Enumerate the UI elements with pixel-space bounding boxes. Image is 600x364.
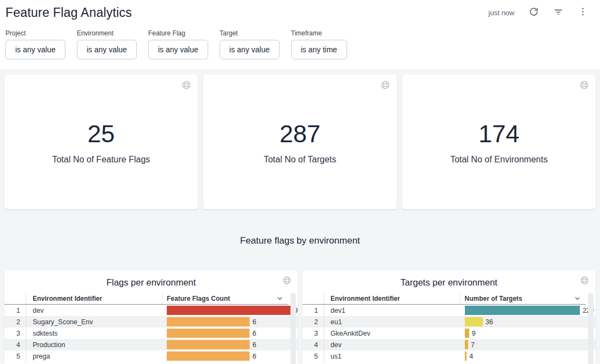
filter-bar: Project is any value Environment is any … [0,25,600,69]
bar-value: 7 [471,341,475,349]
table-row: 4 Production 6 [4,339,298,350]
table-row: 3 sdktests 6 [4,327,298,339]
row-number: 5 [302,350,324,362]
bar[interactable] [167,317,250,326]
bar-value: 6 [252,318,256,326]
table-body: 1 dev 9 2 Sugary_Scone_Env 6 3 sdktests … [4,305,298,362]
bar[interactable] [465,306,580,315]
last-refreshed-label: just now [488,9,514,17]
scrollbar[interactable] [588,293,593,364]
filter-label: Feature Flag [148,29,208,37]
bar[interactable] [167,351,250,361]
column-header-measure[interactable]: Number of Targets [460,293,586,304]
table-row: 2 eu1 36 [302,316,596,327]
filter-target-value-button[interactable]: is any value [220,40,280,59]
filter-label: Target [220,29,280,37]
dashboard-filters-button[interactable] [553,7,563,19]
row-number: 1 [4,305,26,316]
refresh-button[interactable] [529,7,539,19]
bar-cell: 9 [162,305,298,316]
kpi-card-total-no-of-targets: 287 Total No of Targets [203,75,397,209]
filter-feature-flag-value-button[interactable]: is any value [148,40,208,59]
row-number-column-header [302,293,324,304]
filter-label: Environment [77,29,137,37]
bar-cell: 4 [460,350,596,362]
column-header-environment-identifier[interactable]: Environment Identifier [26,293,162,304]
table-card-targets-per-environment: Targets per environment Environment Iden… [302,270,596,364]
section-title: Feature flags by environment [4,235,596,246]
filter-label: Timeframe [291,29,347,37]
filter-feature-flag: Feature Flag is any value [148,29,208,59]
kpi-value: 174 [478,120,519,148]
chevron-down-icon[interactable] [276,294,284,305]
environment-name-cell: Sugary_Scone_Env [26,316,162,327]
row-number-column-header [4,293,26,304]
bar-cell: 7 [460,339,596,350]
bar[interactable] [465,340,468,349]
table-row: 5 us1 4 [302,350,596,362]
table-title: Flags per environment [4,270,298,293]
row-number: 1 [302,305,324,316]
bar[interactable] [465,351,467,361]
bar[interactable] [167,329,250,338]
table-row: 3 GkeAnkitDev 9 [302,327,596,339]
environment-name-cell: prega [26,350,162,362]
bar[interactable] [465,329,469,338]
table-row: 1 dev1 229 [302,305,596,316]
globe-icon [580,276,589,285]
kpi-card-total-no-of-environments: 174 Total No of Environments [402,75,596,209]
filter-environment: Environment is any value [77,29,137,59]
bar-value: 6 [252,353,256,360]
table-row: 1 dev 9 [4,305,298,316]
bar-cell: 9 [460,327,596,339]
bar-cell: 229 [460,305,596,316]
table-row: 4 dev 7 [302,339,596,350]
kebab-menu-icon [578,7,588,19]
column-header-environment-identifier[interactable]: Environment Identifier [324,293,460,304]
column-header-measure[interactable]: Feature Flags Count [162,293,288,304]
globe-icon [579,80,589,90]
filter-target: Target is any value [220,29,280,59]
globe-icon [380,80,390,90]
row-number: 5 [4,350,26,362]
dashboard-body: 25 Total No of Feature Flags 287 Total N… [0,69,600,363]
bar-value: 6 [252,330,256,337]
bar-cell: 6 [162,339,298,350]
bar[interactable] [465,317,483,326]
bar-value: 36 [486,318,493,326]
filter-timeframe-value-button[interactable]: is any time [291,40,347,59]
filter-label: Project [5,29,65,37]
environment-name-cell: sdktests [26,327,162,339]
page-title: Feature Flag Analytics [5,5,132,20]
bar[interactable] [167,340,250,349]
bar[interactable] [167,306,291,315]
kpi-value: 25 [87,120,114,148]
more-menu-button[interactable] [578,7,588,19]
globe-icon [282,276,292,285]
chevron-down-icon[interactable] [573,294,581,305]
row-number: 2 [302,316,324,327]
bar-cell: 6 [162,327,298,339]
bar-cell: 6 [162,316,298,327]
scrollbar[interactable] [290,293,296,364]
kpi-label: Total No of Feature Flags [52,155,150,165]
environment-name-cell: dev1 [324,305,460,316]
header: Feature Flag Analytics just now [0,0,600,25]
bar-cell: 36 [460,316,596,327]
table-card-flags-per-environment: Flags per environment Environment Identi… [4,270,298,364]
filter-environment-value-button[interactable]: is any value [77,40,137,59]
filter-list-icon [553,7,563,19]
row-number: 4 [302,339,324,350]
bar-value: 6 [252,341,256,349]
row-number: 3 [302,327,324,339]
table-title: Targets per environment [302,270,596,293]
row-number: 4 [4,339,26,350]
bar-cell: 6 [162,350,298,362]
filter-project-value-button[interactable]: is any value [5,40,65,59]
kpi-label: Total No of Environments [450,155,548,165]
row-number: 2 [4,316,26,327]
kpi-value: 287 [280,120,320,148]
environment-name-cell: GkeAnkitDev [324,327,460,339]
bar-value: 4 [469,353,473,360]
environment-name-cell: dev [324,339,460,350]
